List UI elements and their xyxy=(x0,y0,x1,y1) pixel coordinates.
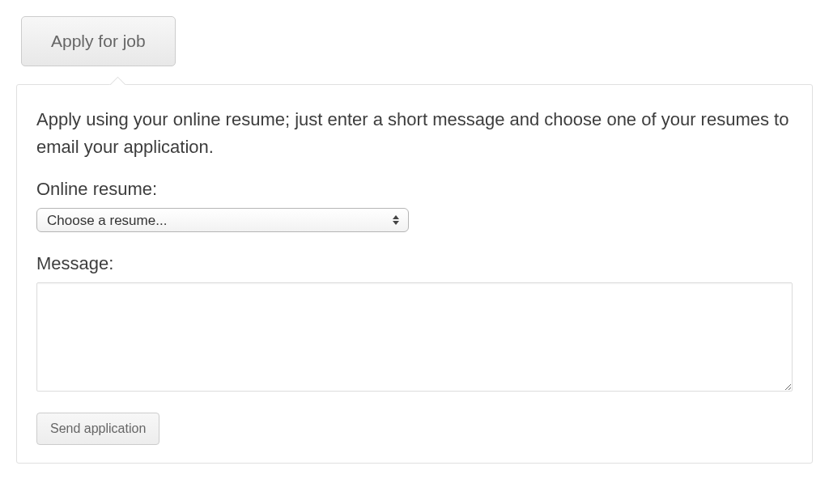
message-label: Message: xyxy=(36,253,793,274)
intro-text: Apply using your online resume; just ent… xyxy=(36,106,793,161)
send-application-button[interactable]: Send application xyxy=(36,413,159,445)
apply-panel: Apply using your online resume; just ent… xyxy=(16,84,813,464)
message-textarea-wrap xyxy=(36,282,793,395)
resume-select-wrap: Choose a resume... xyxy=(36,208,409,232)
apply-for-job-button[interactable]: Apply for job xyxy=(21,16,176,66)
resume-select[interactable]: Choose a resume... xyxy=(36,208,409,232)
panel-pointer-arrow xyxy=(108,75,127,85)
message-textarea[interactable] xyxy=(36,282,793,392)
online-resume-label: Online resume: xyxy=(36,179,793,200)
